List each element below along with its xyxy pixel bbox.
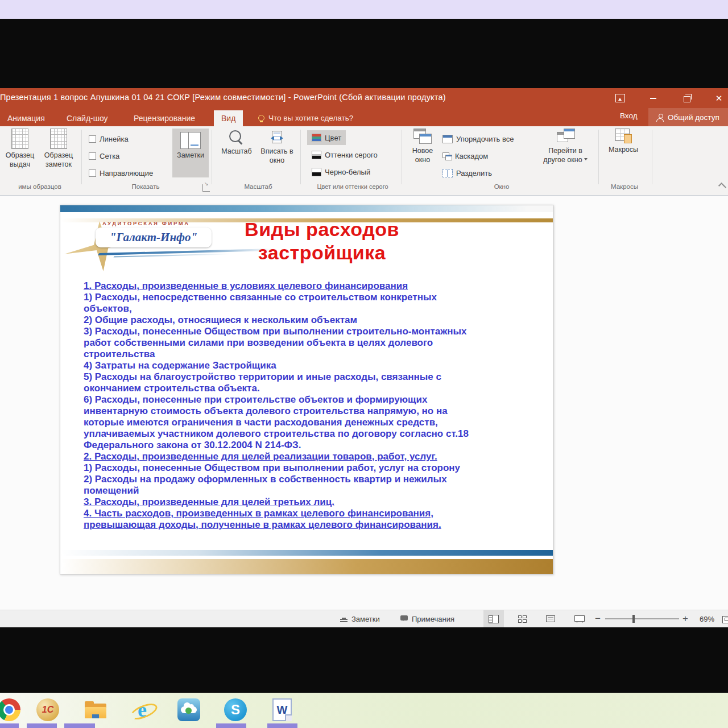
macros-button[interactable]: Макросы — [605, 129, 642, 155]
group-separator — [598, 130, 599, 184]
slide-body-text: 1. Расходы, произведенные в условиях цел… — [84, 280, 478, 531]
taskbar-1c-button[interactable]: 1С — [35, 697, 60, 722]
group-separator — [402, 130, 402, 184]
titlebar: Презентация 1 вопрос Апушкина 01 04 21 С… — [0, 88, 728, 108]
group-separator — [212, 130, 212, 184]
view-slide-sorter-button[interactable] — [512, 610, 532, 627]
running-app-indicator — [216, 723, 246, 728]
taskbar-internet-explorer-button[interactable]: e — [130, 697, 155, 722]
slide-title: Виды расходов застройщика — [208, 218, 436, 264]
group-separator — [300, 130, 301, 184]
zoom-slider-thumb[interactable] — [632, 615, 635, 623]
zoom-in-button[interactable]: + — [682, 613, 688, 625]
taskbar-skype-button[interactable]: S — [223, 697, 248, 722]
checkbox-ruler[interactable]: Линейка — [89, 131, 129, 146]
color-mode-button[interactable]: Цвет — [307, 130, 346, 145]
group-separator — [81, 130, 82, 184]
grayscale-label: Оттенки серого — [325, 151, 378, 159]
zoom-button-label: Масштаб — [221, 147, 251, 156]
statusbar-notes-toggle[interactable]: Заметки — [340, 610, 380, 627]
new-window-button[interactable]: Новое окно — [406, 129, 439, 164]
handout-master-icon — [11, 129, 28, 149]
statusbar-notes-label: Заметки — [351, 615, 380, 623]
group-label-zoom: Масштаб — [216, 183, 300, 190]
slide-body-line: 2) Общие расходы, относящиеся к нескольк… — [84, 315, 478, 326]
cascade-icon — [442, 152, 452, 160]
view-reading-button[interactable] — [540, 610, 561, 627]
switch-windows-label: Перейти в другое окно — [539, 147, 592, 164]
split-button[interactable]: Разделить — [442, 166, 492, 180]
fit-to-window-label: Вписать в окно — [257, 147, 297, 165]
zoom-percentage[interactable]: 69% — [700, 610, 714, 627]
share-button[interactable]: Общий доступ — [648, 108, 728, 126]
collapse-ribbon-icon[interactable] — [718, 183, 726, 191]
1c-icon: 1С — [36, 698, 59, 721]
fit-to-window-button[interactable]: Вписать в окно — [257, 129, 297, 165]
view-normal-button[interactable] — [483, 610, 504, 627]
slide-body-line: 6) Расходы, понесенные при строительстве… — [84, 394, 478, 451]
tab-animation[interactable]: Анимация — [0, 110, 52, 126]
internet-explorer-icon: e — [130, 698, 154, 722]
fit-slide-to-window-button[interactable] — [722, 616, 728, 623]
slide-bottom-blue-stripe — [60, 550, 553, 556]
chrome-icon — [0, 698, 20, 721]
color-icon — [312, 134, 321, 142]
fit-to-window-icon — [269, 130, 285, 145]
restore-button[interactable] — [676, 91, 698, 105]
running-app-indicator — [64, 723, 95, 728]
tab-slideshow[interactable]: Слайд-шоу — [59, 110, 115, 126]
reading-view-icon — [546, 615, 555, 622]
black-white-label: Черно-белый — [325, 168, 370, 176]
taskbar-cloud-app-button[interactable] — [176, 697, 201, 722]
tell-me-box[interactable]: Что вы хотите сделать? — [257, 110, 353, 126]
statusbar-comments-label: Примечания — [412, 615, 454, 623]
grayscale-button[interactable]: Оттенки серого — [307, 147, 382, 162]
cascade-button[interactable]: Каскадом — [442, 148, 488, 163]
close-icon: ✕ — [715, 94, 723, 102]
black-white-button[interactable]: Черно-белый — [307, 164, 375, 179]
ribbon: Образец выдач Образец заметок имы образц… — [0, 126, 728, 196]
show-dialog-launcher[interactable] — [202, 184, 210, 192]
notes-icon — [180, 132, 201, 149]
notes-toggle-button[interactable]: Заметки — [172, 129, 209, 177]
taskbar-word-button[interactable]: W — [270, 697, 295, 722]
guides-checkbox-icon — [89, 169, 96, 177]
sign-in-button[interactable]: Вход — [620, 111, 638, 120]
handout-master-button[interactable]: Образец выдач — [2, 129, 38, 169]
top-window-strip — [0, 0, 728, 19]
taskbar-file-explorer-button[interactable] — [83, 697, 108, 722]
slide-canvas[interactable]: АУДИТОРСКАЯ ФИРМА "Галакт-Инфо" Виды рас… — [60, 205, 553, 574]
slide-body-line: 3) Расходы, понесенные Обществом при вып… — [84, 326, 478, 360]
close-button[interactable]: ✕ — [710, 91, 728, 105]
zoom-button[interactable]: Масштаб — [217, 129, 256, 156]
notes-master-button[interactable]: Образец заметок — [40, 129, 77, 169]
minimize-icon — [650, 98, 656, 99]
tab-review[interactable]: Рецензирование — [126, 110, 202, 126]
taskbar-chrome-button[interactable] — [0, 697, 22, 722]
switch-windows-icon — [556, 129, 575, 144]
zoom-out-button[interactable]: − — [595, 613, 601, 625]
slide-body-line: 3. Расходы, произведенные для целей трет… — [84, 497, 478, 508]
lightbulb-icon — [257, 115, 264, 122]
person-icon — [656, 114, 664, 121]
checkbox-grid[interactable]: Сетка — [89, 148, 119, 163]
share-label: Общий доступ — [668, 113, 719, 122]
group-label-show: Показать — [85, 183, 206, 190]
arrange-all-button[interactable]: Упорядочить все — [442, 131, 514, 146]
switch-windows-button[interactable]: Перейти в другое окно — [539, 129, 592, 164]
zoom-slider-track[interactable] — [605, 618, 679, 619]
handout-master-label: Образец выдач — [2, 151, 38, 169]
view-slideshow-button[interactable] — [569, 610, 589, 627]
slide-title-line2: застройщика — [208, 241, 436, 264]
statusbar-comments-toggle[interactable]: Примечания — [400, 610, 454, 627]
minimize-button[interactable] — [642, 91, 664, 105]
group-label-masters: имы образцов — [0, 183, 80, 190]
tab-view[interactable]: Вид — [214, 110, 243, 126]
slide-workspace: АУДИТОРСКАЯ ФИРМА "Галакт-Инфо" Виды рас… — [0, 196, 728, 610]
screen: Презентация 1 вопрос Апушкина 01 04 21 С… — [0, 0, 728, 728]
logo-name: "Галакт-Инфо" — [110, 230, 197, 245]
split-icon — [442, 169, 453, 177]
ribbon-display-options-button[interactable] — [609, 91, 631, 105]
running-app-indicator — [27, 723, 57, 728]
checkbox-guides[interactable]: Направляющие — [89, 166, 153, 180]
